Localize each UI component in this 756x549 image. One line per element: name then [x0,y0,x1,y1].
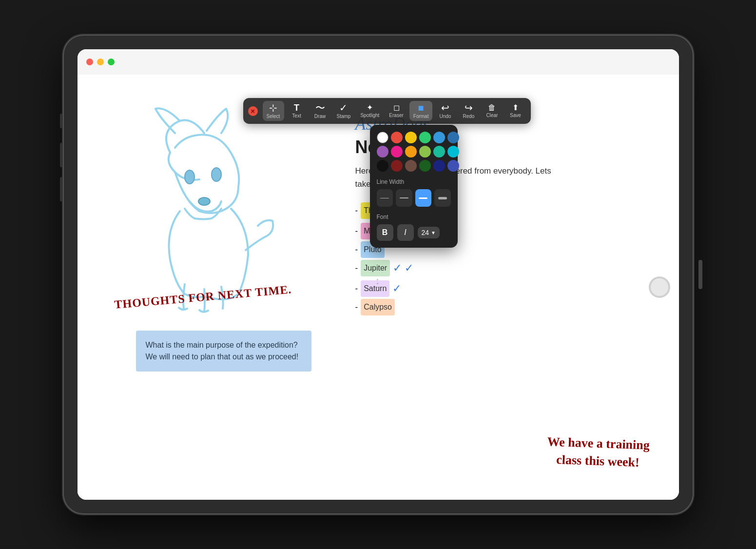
format-label: Format [413,114,429,119]
scroll-indicator [377,279,378,288]
volume-up-button[interactable] [60,143,62,167]
line-indicator-4 [438,197,447,199]
color-grid [377,132,451,172]
line-width-1[interactable] [377,189,393,207]
volume-down-button[interactable] [60,177,62,201]
planet-dash: - [355,242,358,257]
planet-name-calypso: Calypso [361,299,395,315]
color-teal[interactable] [433,146,445,157]
save-icon: ⬆ [512,104,519,112]
color-red[interactable] [391,132,403,143]
draw-icon: 〜 [315,103,325,113]
line-width-grid [377,189,451,207]
planet-item-jupiter: - Jupiter ✓ ✓ [355,258,640,278]
color-dark-blue[interactable] [447,132,459,143]
undo-label: Undo [440,114,451,119]
toolbar-draw[interactable]: 〜 Draw [310,101,331,121]
eraser-label: Eraser [389,113,403,118]
toolbar-close-button[interactable] [248,106,258,116]
planet-name-saturn: Saturn [361,280,389,297]
device-screen: ⊹ Select T Text 〜 Draw ✓ Stamp ✦ Spotlig… [78,49,679,500]
text-icon: T [294,103,299,112]
select-icon: ⊹ [269,103,277,113]
text-label: Text [292,113,301,118]
font-size-chevron: ▼ [431,230,436,235]
planet-dash: - [355,299,358,315]
device-frame: ⊹ Select T Text 〜 Draw ✓ Stamp ✦ Spotlig… [64,36,693,513]
color-green[interactable] [419,132,431,143]
svg-point-0 [185,170,194,184]
font-size-selector[interactable]: 24 ▼ [418,227,440,238]
bold-button[interactable]: B [377,224,393,241]
home-indicator-area [649,276,670,298]
toolbar: ⊹ Select T Text 〜 Draw ✓ Stamp ✦ Spotlig… [243,98,531,124]
color-brown[interactable] [405,160,417,172]
color-blue[interactable] [433,132,445,143]
font-size-value: 24 [422,229,429,236]
toolbar-clear[interactable]: 🗑 Clear [481,102,503,120]
line-width-2[interactable] [396,189,412,207]
close-button[interactable] [86,59,93,65]
line-indicator-3 [419,197,427,199]
clear-icon: 🗑 [488,104,496,112]
color-navy[interactable] [433,160,445,172]
color-picker-popup: Line Width Font B I 2 [370,125,458,248]
stamp-label: Stamp [337,114,351,119]
color-black[interactable] [377,160,388,172]
home-indicator[interactable] [649,276,670,298]
color-dark-red[interactable] [391,160,403,172]
saturn-checkmarks: ✓ [392,278,401,299]
color-purple[interactable] [377,146,388,157]
font-label: Font [377,214,451,220]
toolbar-save[interactable]: ⬆ Save [504,102,526,120]
dog-sketch [136,104,321,318]
color-lime[interactable] [419,146,431,157]
draw-label: Draw [314,114,326,119]
training-note: We have a trainingclass this week! [546,433,650,472]
maximize-button[interactable] [108,59,115,65]
color-indigo[interactable] [447,160,459,172]
line-indicator-2 [400,197,408,198]
select-label: Select [267,114,280,119]
toolbar-undo[interactable]: ↩ Undo [434,101,456,121]
line-width-4[interactable] [434,189,451,207]
save-label: Save [510,113,521,118]
planet-dash: - [355,223,358,239]
planet-dash: - [355,281,358,296]
spotlight-label: Spotlight [360,113,379,118]
right-button[interactable] [698,260,702,289]
spotlight-icon: ✦ [367,104,373,112]
mute-button[interactable] [60,114,62,128]
toolbar-stamp[interactable]: ✓ Stamp [333,101,355,121]
toolbar-text[interactable]: T Text [286,101,308,120]
stamp-icon: ✓ [339,103,348,113]
line-indicator-1 [380,198,389,198]
toolbar-redo[interactable]: ↪ Redo [458,101,479,121]
italic-button[interactable]: I [397,224,414,241]
color-pink[interactable] [391,146,403,157]
minimize-button[interactable] [97,59,104,65]
toolbar-spotlight[interactable]: ✦ Spotlight [356,102,383,120]
planet-item-saturn: - Saturn ✓ [355,278,640,299]
svg-point-2 [198,197,210,205]
line-width-3[interactable] [415,189,432,207]
color-white[interactable] [377,132,388,143]
jupiter-checkmarks: ✓ ✓ [393,258,413,278]
toolbar-select[interactable]: ⊹ Select [263,101,284,121]
sticky-note-text: What is the main purpose of the expediti… [146,341,299,361]
redo-icon: ↪ [465,103,473,113]
color-dark-green[interactable] [419,160,431,172]
planet-name-jupiter: Jupiter [361,260,390,276]
planet-item-calypso: - Calypso [355,299,640,315]
toolbar-format[interactable]: ■ Format [409,101,433,121]
clear-label: Clear [486,113,498,118]
color-yellow[interactable] [405,132,417,143]
undo-icon: ↩ [441,103,449,113]
top-bar [78,49,679,75]
color-cyan[interactable] [447,146,459,157]
color-orange[interactable] [405,146,417,157]
toolbar-eraser[interactable]: ◻ Eraser [385,102,407,120]
line-width-label: Line Width [377,178,451,185]
home-indicator-inner [651,278,668,296]
format-icon: ■ [418,103,424,113]
